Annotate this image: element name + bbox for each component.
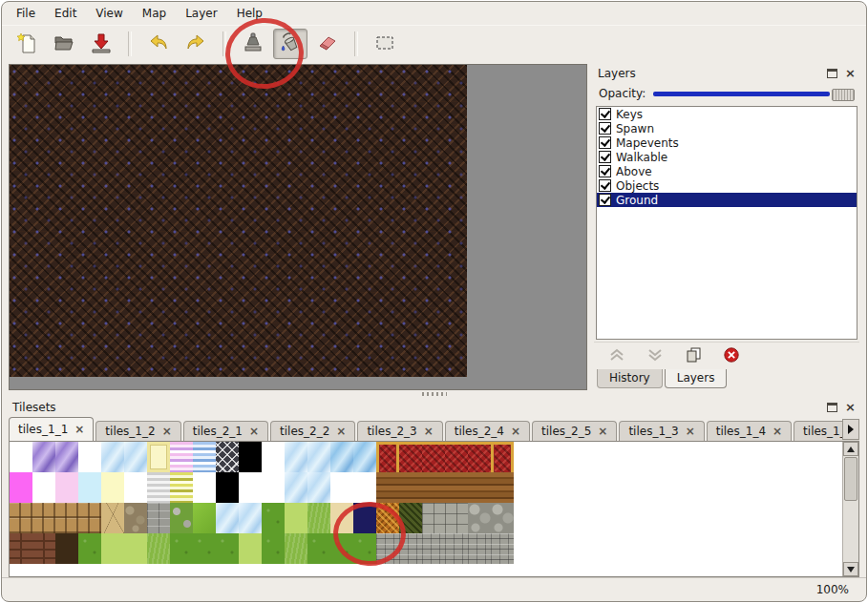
float-panel-icon[interactable]: [827, 69, 837, 78]
palette-tile-empty-white[interactable]: [193, 472, 216, 503]
palette-tile-red-fabric-gold-edge[interactable]: [491, 442, 514, 472]
palette-tile-wood-planks[interactable]: [468, 472, 491, 503]
tileset-tab-tiles_1_1[interactable]: tiles_1_1×: [9, 417, 94, 441]
palette-tile-dirt-tiles[interactable]: [78, 503, 101, 533]
duplicate-layer-button[interactable]: [682, 346, 705, 365]
layer-visibility-checkbox[interactable]: [599, 151, 611, 163]
palette-tile-black[interactable]: [239, 442, 262, 472]
palette-tile-empty-white[interactable]: [330, 472, 353, 503]
eraser-tool-button[interactable]: [310, 29, 345, 59]
palette-tile-brick-wall[interactable]: [10, 533, 32, 564]
layer-visibility-checkbox[interactable]: [599, 165, 611, 177]
palette-tile-light-blue-water[interactable]: [285, 472, 307, 503]
raise-layer-button[interactable]: [605, 346, 628, 365]
palette-tile-grass[interactable]: [330, 533, 353, 564]
menu-edit[interactable]: Edit: [46, 4, 85, 23]
palette-tile-dirt-tiles[interactable]: [32, 503, 55, 533]
tab-close-icon[interactable]: ×: [336, 426, 346, 437]
palette-tile-dark-brown[interactable]: [55, 533, 78, 564]
palette-tile-light-grass[interactable]: [285, 503, 307, 533]
palette-tile-round-stones[interactable]: [491, 503, 514, 533]
palette-tile-wood-planks[interactable]: [422, 472, 445, 503]
fill-tool-button[interactable]: [273, 29, 307, 59]
layer-row-ground[interactable]: Ground: [597, 193, 857, 207]
delete-layer-button[interactable]: [720, 346, 743, 365]
palette-tile-purple-crystal-water[interactable]: [32, 442, 55, 472]
palette-tile-grass[interactable]: [262, 533, 285, 564]
palette-tile-sand[interactable]: [330, 503, 353, 533]
palette-tile-cobblestone[interactable]: [124, 503, 147, 533]
tileset-tab-tiles_1_4[interactable]: tiles_1_4×: [707, 421, 792, 441]
tileset-tab-tiles_2_5[interactable]: tiles_2_5×: [532, 421, 617, 441]
open-button[interactable]: [47, 29, 81, 59]
palette-tile-black[interactable]: [216, 472, 239, 503]
close-panel-icon[interactable]: ×: [845, 68, 856, 79]
palette-tile-cracked-stone[interactable]: [101, 503, 124, 533]
palette-tile-empty-white[interactable]: [262, 472, 285, 503]
palette-tile-wood-planks[interactable]: [376, 472, 399, 503]
palette-tile-stone-tiles[interactable]: [422, 503, 445, 533]
palette-tile-empty-white[interactable]: [353, 472, 376, 503]
palette-tile-empty-white[interactable]: [262, 442, 285, 472]
palette-tile-grass[interactable]: [193, 533, 216, 564]
palette-tile-empty-white[interactable]: [32, 472, 55, 503]
palette-tile-light-blue-water[interactable]: [101, 442, 124, 472]
palette-tile-blue-water-streaks[interactable]: [353, 442, 376, 472]
palette-tile-light-pink[interactable]: [55, 472, 78, 503]
palette-tile-wood-planks[interactable]: [399, 472, 422, 503]
layer-row-keys[interactable]: Keys: [597, 107, 857, 121]
map-view[interactable]: [9, 64, 587, 390]
palette-tile-red-fabric[interactable]: [445, 442, 468, 472]
palette-tile-red-fabric[interactable]: [422, 442, 445, 472]
layer-row-spawn[interactable]: Spawn: [597, 121, 857, 135]
palette-tile-grass-with-stones[interactable]: [170, 503, 193, 533]
tab-close-icon[interactable]: ×: [424, 426, 434, 437]
lower-layer-button[interactable]: [644, 346, 667, 365]
palette-tile-light-grass[interactable]: [239, 533, 262, 564]
tab-close-icon[interactable]: ×: [511, 426, 520, 437]
menu-help[interactable]: Help: [228, 4, 271, 23]
new-map-button[interactable]: [10, 29, 44, 59]
palette-tile-red-fabric[interactable]: [468, 442, 491, 472]
opacity-slider-handle[interactable]: [832, 89, 855, 101]
palette-tile-gray-bricks[interactable]: [376, 533, 399, 564]
palette-tile-grass[interactable]: [170, 533, 193, 564]
palette-tile-light-grass[interactable]: [101, 533, 124, 564]
palette-tile-blue-stripes[interactable]: [193, 442, 216, 472]
palette-tile-dirt-tiles[interactable]: [55, 503, 78, 533]
vertical-splitter[interactable]: [587, 64, 594, 390]
menu-map[interactable]: Map: [134, 4, 175, 23]
horizontal-splitter[interactable]: [2, 390, 866, 398]
panel-tab-layers[interactable]: Layers: [665, 369, 728, 388]
menu-view[interactable]: View: [87, 4, 131, 23]
palette-tile-light-blue-water[interactable]: [285, 442, 307, 472]
layer-row-walkable[interactable]: Walkable: [597, 150, 857, 164]
palette-tile-textured-grass[interactable]: [147, 533, 170, 564]
palette-tile-gray-bricks[interactable]: [468, 533, 491, 564]
layer-visibility-checkbox[interactable]: [599, 179, 611, 192]
palette-tile-red-fabric-gold-edge[interactable]: [376, 442, 399, 472]
palette-scrollbar[interactable]: [842, 442, 858, 576]
close-panel-icon[interactable]: ×: [845, 402, 856, 413]
save-button[interactable]: [84, 29, 118, 59]
palette-tile-magenta[interactable]: [10, 472, 32, 503]
tab-close-icon[interactable]: ×: [773, 426, 782, 437]
palette-tile-bright-green[interactable]: [193, 503, 216, 533]
palette-tile-light-grass[interactable]: [124, 533, 147, 564]
palette-tile-light-blue-water[interactable]: [307, 442, 330, 472]
palette-tile-light-cyan[interactable]: [78, 472, 101, 503]
palette-tile-light-blue-water[interactable]: [239, 503, 262, 533]
tileset-tab-tiles_2_2[interactable]: tiles_2_2×: [270, 421, 355, 441]
palette-tile-grass[interactable]: [78, 533, 101, 564]
map-canvas[interactable]: [10, 65, 467, 377]
menu-file[interactable]: File: [8, 4, 44, 23]
palette-tile-dark-weave[interactable]: [399, 503, 422, 533]
select-tool-button[interactable]: [368, 29, 402, 59]
palette-tile-olive-stripes[interactable]: [170, 472, 193, 503]
tab-close-icon[interactable]: ×: [162, 426, 172, 437]
scroll-down-button[interactable]: [843, 562, 858, 576]
palette-tile-orange-weave[interactable]: [376, 503, 399, 533]
tileset-tab-tiles_2_3[interactable]: tiles_2_3×: [357, 421, 442, 441]
palette-tile-light-blue-water[interactable]: [307, 472, 330, 503]
menu-layer[interactable]: Layer: [177, 4, 225, 23]
